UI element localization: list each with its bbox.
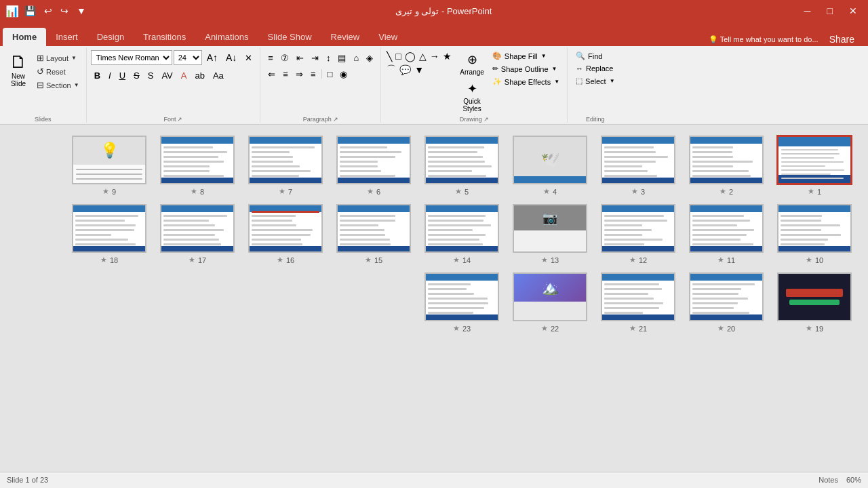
shape-effects-button[interactable]: ✨ Shape Effects ▼ <box>489 76 563 87</box>
slide-thumb-1[interactable]: ★1 <box>774 136 854 196</box>
undo-btn[interactable]: ↩ <box>41 4 55 18</box>
new-slide-button[interactable]: 🗋 New Slide <box>4 50 33 89</box>
reset-icon: ↺ <box>37 66 44 77</box>
slide-thumb-6[interactable]: ★6 <box>334 136 414 196</box>
slide-thumb-20[interactable]: ★20 <box>686 272 766 333</box>
slide-thumb-8[interactable]: ★8 <box>157 136 237 196</box>
justify-btn[interactable]: ≡ <box>307 66 319 81</box>
slide-thumb-13[interactable]: 📷★13 <box>510 204 590 264</box>
slide-thumb-18[interactable]: ★18 <box>69 204 149 264</box>
align-center-btn[interactable]: ≡ <box>279 66 292 81</box>
notes-btn[interactable]: Notes <box>818 476 838 484</box>
shape-callout-btn[interactable]: 💬 <box>398 63 412 77</box>
font-name-select[interactable]: Times New Roman <box>91 50 172 65</box>
tab-view[interactable]: View <box>369 28 407 46</box>
slide-thumb-19[interactable]: ★19 <box>774 272 854 333</box>
section-label: Section <box>46 81 71 89</box>
minimize-btn[interactable]: ─ <box>799 4 816 18</box>
highlight-btn[interactable]: ab <box>191 68 208 83</box>
slide-thumb-3[interactable]: ★3 <box>598 136 678 196</box>
tab-slideshow[interactable]: Slide Show <box>258 28 321 46</box>
tab-transitions[interactable]: Transitions <box>134 28 195 46</box>
replace-button[interactable]: ↔ Replace <box>572 63 619 74</box>
paragraph-dialog-icon[interactable]: ↗ <box>333 116 338 123</box>
shape-oval-btn[interactable]: ◯ <box>403 50 417 62</box>
smart-art-btn[interactable]: ◈ <box>363 50 376 65</box>
columns-btn[interactable]: ▤ <box>334 50 349 65</box>
decrease-indent-btn[interactable]: ⇤ <box>293 50 307 65</box>
shape-line-btn[interactable]: ╲ <box>385 50 393 62</box>
italic-button[interactable]: I <box>105 68 115 83</box>
font-dialog-icon[interactable]: ↗ <box>177 116 182 123</box>
slide-number-23: 23 <box>462 325 471 333</box>
slide-thumb-23[interactable]: ★23 <box>422 272 502 333</box>
tab-insert[interactable]: Insert <box>46 28 87 46</box>
shape-tri-btn[interactable]: △ <box>418 50 428 62</box>
decrease-font-btn[interactable]: A↓ <box>222 50 240 65</box>
maximize-btn[interactable]: □ <box>822 4 838 18</box>
tab-design[interactable]: Design <box>87 28 134 46</box>
slide-thumb-5[interactable]: ★5 <box>422 136 502 196</box>
bullet-list-btn[interactable]: ≡ <box>264 50 277 65</box>
slide-thumb-21[interactable]: ★21 <box>598 272 678 333</box>
slide-thumb-4[interactable]: 🕊️★4 <box>510 136 590 196</box>
slide-thumb-10[interactable]: ★10 <box>774 204 854 264</box>
numbered-list-btn[interactable]: ⑦ <box>277 50 292 65</box>
slide-thumb-14[interactable]: ★14 <box>422 204 502 264</box>
shape-curve-btn[interactable]: ⌒ <box>385 63 397 77</box>
slide-thumb-17[interactable]: ★17 <box>157 204 237 264</box>
increase-indent-btn[interactable]: ⇥ <box>308 50 322 65</box>
align-right-btn[interactable]: ⇒ <box>292 66 307 81</box>
tab-home[interactable]: Home <box>3 28 46 46</box>
font-case-btn[interactable]: Aa <box>210 68 227 83</box>
tab-animations[interactable]: Animations <box>195 28 258 46</box>
font-color-btn[interactable]: A <box>178 68 191 83</box>
slide-thumb-info-15: ★15 <box>365 256 382 264</box>
quick-styles-button[interactable]: ✦ Quick Styles <box>456 79 488 115</box>
shape-star-btn[interactable]: ★ <box>441 50 453 62</box>
tell-me-btn[interactable]: 💡 Tell me what you want to do... <box>709 35 818 44</box>
slide-number-3: 3 <box>641 188 645 196</box>
bold-button[interactable]: B <box>91 68 104 83</box>
shapes-more-btn[interactable]: ▼ <box>413 63 425 77</box>
text-direction-btn[interactable]: ⌂ <box>350 50 362 65</box>
select-button[interactable]: ⬚ Select ▼ <box>572 75 619 87</box>
share-btn[interactable]: Share <box>824 33 860 46</box>
slide-panel[interactable]: ★1★2★3🕊️★4★5★6★7★8💡★9★10★11★12📷★13★14★15… <box>0 125 868 472</box>
shape-fill-button[interactable]: 🎨 Shape Fill ▼ <box>489 50 563 62</box>
save-btn[interactable]: 💾 <box>22 4 39 18</box>
arrange-button[interactable]: ⊕ Arrange <box>456 50 488 78</box>
underline-button[interactable]: U <box>116 68 129 83</box>
align-left-btn[interactable]: ⇐ <box>264 66 279 81</box>
slide-thumb-16[interactable]: ★16 <box>245 204 326 264</box>
slide-thumb-9[interactable]: 💡★9 <box>69 136 149 196</box>
customize-btn[interactable]: ▼ <box>74 4 89 18</box>
redo-btn[interactable]: ↪ <box>58 4 71 18</box>
reset-button[interactable]: ↺ Reset <box>34 65 82 78</box>
shape-effects-label: Shape Effects <box>505 78 551 86</box>
increase-font-btn[interactable]: A↑ <box>203 50 221 65</box>
close-btn[interactable]: ✕ <box>844 4 863 18</box>
line-spacing-btn[interactable]: ↕ <box>323 50 334 65</box>
char-spacing-btn[interactable]: AV <box>158 68 176 83</box>
shape-rect-btn[interactable]: □ <box>394 50 402 62</box>
shadow-button[interactable]: S <box>144 68 157 83</box>
slide-thumb-15[interactable]: ★15 <box>334 204 414 264</box>
strikethrough-button[interactable]: S <box>130 68 143 83</box>
shape-outline-button[interactable]: ✏ Shape Outline ▼ <box>489 63 563 75</box>
find-button[interactable]: 🔍 Find <box>572 50 619 62</box>
slide-thumb-22[interactable]: 🏔️★22 <box>510 272 590 333</box>
drawing-dialog-icon[interactable]: ↗ <box>484 116 489 123</box>
section-button[interactable]: ⊟ Section ▼ <box>34 79 82 92</box>
clear-format-btn[interactable]: ✕ <box>241 50 256 65</box>
shape-arrow-btn[interactable]: → <box>429 50 441 62</box>
layout-button[interactable]: ⊞ Layout ▼ <box>34 52 82 64</box>
slide-thumb-12[interactable]: ★12 <box>598 204 678 264</box>
font-size-select[interactable]: 24 <box>174 50 202 65</box>
slide-thumb-2[interactable]: ★2 <box>686 136 766 196</box>
slide-thumb-7[interactable]: ★7 <box>245 136 326 196</box>
slide-thumb-11[interactable]: ★11 <box>686 204 766 264</box>
tab-review[interactable]: Review <box>321 28 370 46</box>
text-box-btn[interactable]: □ <box>324 66 336 81</box>
convert-to-smartart-btn[interactable]: ◉ <box>336 66 351 81</box>
